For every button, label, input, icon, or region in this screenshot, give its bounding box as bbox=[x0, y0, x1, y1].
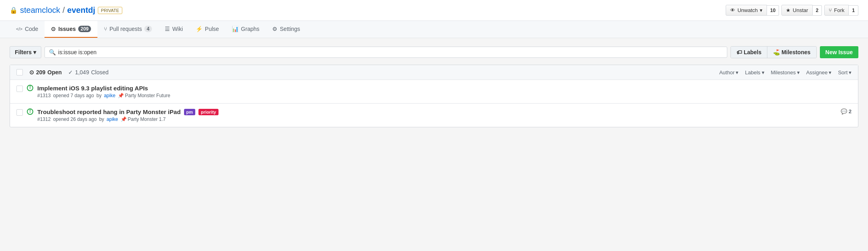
tab-settings[interactable]: ⚙ Settings bbox=[266, 21, 307, 38]
issue-1312-comment-count[interactable]: 💬 2 bbox=[841, 108, 852, 114]
issues-list-header: ⊙ 209 Open ✓ 1,049 Closed Author ▾ Label… bbox=[10, 65, 858, 80]
labels-caret-icon: ▾ bbox=[762, 69, 765, 76]
issue-1312-comment-number: 2 bbox=[849, 108, 852, 114]
issue-1312-title-text: Troubleshoot reported hang in Party Mons… bbox=[37, 108, 181, 115]
search-input[interactable] bbox=[58, 49, 723, 55]
labels-filter-button[interactable]: Labels ▾ bbox=[745, 69, 764, 76]
issue-1313-title[interactable]: Implement iOS 9.3 playlist editing APIs bbox=[37, 85, 852, 92]
issue-1312-content: Troubleshoot reported hang in Party Mons… bbox=[37, 108, 837, 122]
issue-1312-meta: #1312 opened 26 days ago by apike 📌 Part… bbox=[37, 116, 837, 122]
assignee-caret-icon: ▾ bbox=[829, 69, 832, 76]
comment-icon: 💬 bbox=[841, 108, 847, 114]
issue-1313-checkbox[interactable] bbox=[16, 86, 23, 92]
pin-icon-2: 📌 bbox=[121, 116, 127, 122]
star-label: Unstar bbox=[793, 7, 808, 13]
milestones-label: Milestones bbox=[781, 49, 810, 55]
sort-filter-label: Sort bbox=[838, 69, 848, 76]
star-button[interactable]: ★ Unstar bbox=[781, 5, 812, 16]
tab-issues[interactable]: ⊙ Issues 209 bbox=[45, 21, 97, 38]
sort-caret-icon: ▾ bbox=[849, 69, 852, 76]
closed-count[interactable]: ✓ 1,049 Closed bbox=[68, 69, 109, 76]
issue-1312-by: by bbox=[99, 116, 104, 122]
lock-icon: 🔒 bbox=[10, 6, 18, 14]
tab-wiki-label: Wiki bbox=[172, 26, 183, 32]
star-btn-group: ★ Unstar 2 bbox=[781, 5, 822, 16]
open-count: ⊙ 209 Open bbox=[29, 69, 62, 76]
tab-pulse[interactable]: ⚡ Pulse bbox=[189, 21, 225, 38]
labels-button[interactable]: 🏷 Labels bbox=[731, 47, 767, 58]
code-icon: </> bbox=[16, 27, 22, 31]
repo-name-link[interactable]: eventdj bbox=[67, 6, 95, 15]
filter-bar: Filters ▾ 🔍 🏷 Labels ⛳ Milestones New Is… bbox=[10, 46, 858, 58]
issue-1312-label-priority[interactable]: priority bbox=[198, 109, 219, 115]
issue-1313-content: Implement iOS 9.3 playlist editing APIs … bbox=[37, 85, 852, 98]
open-count-label: Open bbox=[47, 69, 62, 76]
milestones-caret-icon: ▾ bbox=[797, 69, 800, 76]
issue-row-1313: Implement iOS 9.3 playlist editing APIs … bbox=[10, 80, 858, 104]
tab-code-label: Code bbox=[25, 26, 38, 32]
issue-1313-open-icon bbox=[27, 85, 33, 91]
tab-code[interactable]: </> Code bbox=[10, 21, 45, 38]
open-count-number: 209 bbox=[36, 69, 45, 76]
issue-1312-label-pm[interactable]: pm bbox=[184, 109, 196, 115]
closed-count-number: 1,049 bbox=[75, 69, 89, 76]
issue-row-1312: Troubleshoot reported hang in Party Mons… bbox=[10, 104, 858, 127]
pr-count-badge: 4 bbox=[144, 26, 152, 32]
tab-wiki[interactable]: ☰ Wiki bbox=[158, 21, 189, 38]
issue-1313-milestone[interactable]: Party Monster Future bbox=[125, 93, 170, 98]
issue-1312-title[interactable]: Troubleshoot reported hang in Party Mons… bbox=[37, 108, 837, 115]
labels-milestones-group: 🏷 Labels ⛳ Milestones bbox=[730, 46, 817, 58]
fork-button[interactable]: ⑂ Fork bbox=[824, 5, 849, 16]
issue-1312-milestone-ref: 📌 Party Monster 1.7 bbox=[121, 116, 166, 122]
tab-graphs[interactable]: 📊 Graphs bbox=[225, 21, 266, 38]
tag-icon: 🏷 bbox=[736, 49, 742, 55]
star-count: 2 bbox=[813, 5, 822, 16]
repo-title: 🔒 steamclock / eventdj PRIVATE bbox=[10, 6, 122, 15]
milestone-icon: ⛳ bbox=[773, 49, 780, 55]
top-header: 🔒 steamclock / eventdj PRIVATE 👁 Unwatch… bbox=[0, 0, 868, 21]
watch-button[interactable]: 👁 Unwatch ▾ bbox=[726, 5, 767, 16]
repo-owner-link[interactable]: steamclock bbox=[20, 6, 60, 15]
filters-button[interactable]: Filters ▾ bbox=[10, 46, 41, 58]
pin-icon: 📌 bbox=[118, 93, 124, 98]
issue-1313-number: #1313 bbox=[37, 93, 51, 98]
graphs-icon: 📊 bbox=[232, 26, 239, 32]
repo-separator: / bbox=[63, 6, 65, 15]
assignee-filter-button[interactable]: Assignee ▾ bbox=[806, 69, 832, 76]
fork-btn-group: ⑂ Fork 1 bbox=[824, 5, 858, 16]
wiki-icon: ☰ bbox=[165, 26, 170, 32]
issue-1313-by: by bbox=[96, 93, 101, 98]
select-all-checkbox[interactable] bbox=[16, 69, 23, 76]
watch-count: 10 bbox=[767, 5, 779, 16]
tab-settings-label: Settings bbox=[280, 26, 300, 32]
fork-icon: ⑂ bbox=[829, 7, 832, 13]
pulse-icon: ⚡ bbox=[196, 26, 202, 32]
issue-1312-opened: opened 26 days ago bbox=[53, 116, 97, 122]
main-content: Filters ▾ 🔍 🏷 Labels ⛳ Milestones New Is… bbox=[0, 38, 868, 199]
tab-pull-requests[interactable]: ⑂ Pull requests 4 bbox=[97, 21, 158, 38]
issue-1312-number: #1312 bbox=[37, 116, 51, 122]
new-issue-button[interactable]: New Issue bbox=[820, 46, 858, 58]
issue-1312-checkbox[interactable] bbox=[16, 109, 23, 116]
issue-1313-author[interactable]: apike bbox=[104, 93, 115, 98]
private-badge: PRIVATE bbox=[98, 7, 122, 14]
labels-filter-label: Labels bbox=[745, 69, 760, 76]
tab-issues-label: Issues bbox=[58, 26, 76, 32]
issue-1312-author[interactable]: apike bbox=[107, 116, 118, 122]
pr-icon: ⑂ bbox=[104, 26, 107, 32]
issue-1313-opened: opened 7 days ago bbox=[53, 93, 94, 98]
check-icon: ✓ bbox=[68, 69, 73, 76]
open-issue-icon: ⊙ bbox=[29, 69, 34, 76]
sort-filter-button[interactable]: Sort ▾ bbox=[838, 69, 852, 76]
issue-1312-milestone[interactable]: Party Monster 1.7 bbox=[128, 116, 166, 122]
repo-actions: 👁 Unwatch ▾ 10 ★ Unstar 2 ⑂ Fork 1 bbox=[723, 5, 858, 16]
author-filter-button[interactable]: Author ▾ bbox=[719, 69, 739, 76]
search-icon: 🔍 bbox=[49, 49, 56, 55]
filters-label: Filters bbox=[15, 49, 32, 55]
eye-icon: 👁 bbox=[730, 7, 735, 13]
filters-caret-icon: ▾ bbox=[33, 49, 36, 55]
milestones-button[interactable]: ⛳ Milestones bbox=[767, 47, 816, 58]
closed-count-label: Closed bbox=[91, 69, 109, 76]
milestones-filter-button[interactable]: Milestones ▾ bbox=[771, 69, 800, 76]
search-wrapper: 🔍 bbox=[45, 47, 727, 58]
